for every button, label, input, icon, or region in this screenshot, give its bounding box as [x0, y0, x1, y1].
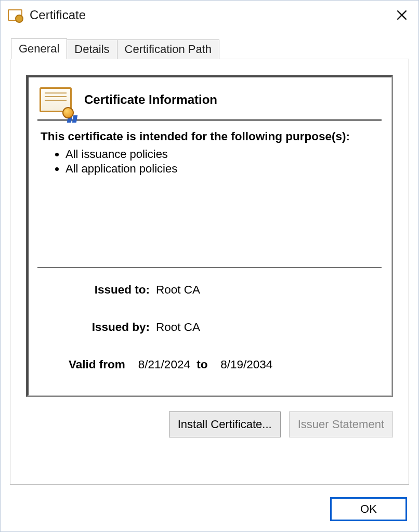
validity-row: Valid from 8/21/2024 to 8/19/2034 — [69, 358, 382, 371]
divider — [37, 119, 382, 121]
issuer-statement-button: Issuer Statement — [289, 411, 393, 437]
issued-by-label: Issued by: — [68, 321, 156, 334]
purpose-list: All issuance policies All application po… — [66, 148, 382, 177]
action-button-row: Install Certificate... Issuer Statement — [26, 411, 393, 437]
issued-by-row: Issued by: Root CA — [68, 321, 382, 334]
issued-by-value: Root CA — [156, 321, 200, 334]
dialog-footer: OK — [330, 497, 407, 521]
certificate-dialog: Certificate General Details Certificatio… — [0, 0, 419, 532]
tab-details[interactable]: Details — [67, 39, 117, 59]
tab-certification-path[interactable]: Certification Path — [117, 39, 220, 59]
close-icon — [395, 8, 409, 22]
issued-to-value: Root CA — [156, 283, 200, 297]
valid-to-value: 8/19/2034 — [220, 358, 272, 371]
cert-info-title: Certificate Information — [84, 92, 217, 107]
install-certificate-button[interactable]: Install Certificate... — [169, 411, 281, 437]
valid-from-label: Valid from — [69, 358, 125, 371]
close-button[interactable] — [388, 5, 415, 25]
certificate-info-panel: Certificate Information This certificate… — [26, 75, 393, 397]
purpose-item: All application policies — [66, 162, 382, 177]
purpose-intro: This certificate is intended for the fol… — [41, 130, 382, 143]
certificate-icon — [8, 9, 22, 21]
certificate-large-icon — [40, 87, 72, 112]
issued-to-label: Issued to: — [68, 283, 156, 297]
tabstrip: General Details Certification Path — [11, 38, 409, 59]
dialog-body: General Details Certification Path Certi… — [1, 30, 418, 494]
tab-panel-general: Certificate Information This certificate… — [10, 59, 409, 485]
ok-button[interactable]: OK — [330, 497, 407, 521]
cert-header: Certificate Information — [37, 87, 382, 112]
tab-general[interactable]: General — [11, 38, 67, 59]
divider — [37, 267, 382, 268]
valid-to-label: to — [193, 358, 211, 371]
window-title: Certificate — [30, 8, 410, 22]
purpose-item: All issuance policies — [66, 148, 382, 162]
titlebar: Certificate — [1, 1, 418, 30]
valid-from-value: 8/21/2024 — [138, 358, 190, 371]
issued-to-row: Issued to: Root CA — [68, 283, 382, 297]
